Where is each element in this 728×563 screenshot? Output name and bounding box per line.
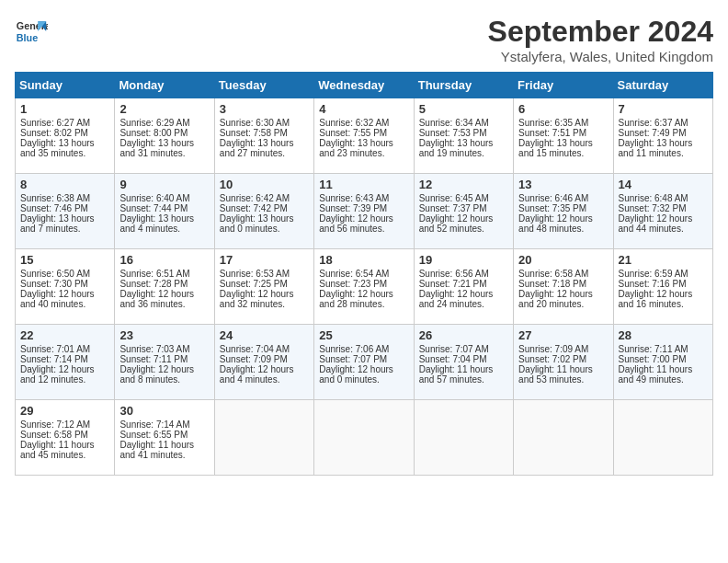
sunrise-text: Sunrise: 6:50 AM	[20, 269, 109, 279]
sunset-text: Sunset: 6:58 PM	[20, 430, 109, 440]
page-header: General Blue September 2024 Ystalyfera, …	[15, 15, 713, 64]
calendar-cell: 5Sunrise: 6:34 AMSunset: 7:53 PMDaylight…	[414, 98, 513, 174]
calendar-cell: 11Sunrise: 6:43 AMSunset: 7:39 PMDayligh…	[314, 174, 414, 249]
daylight-text: Daylight: 12 hours and 4 minutes.	[220, 364, 309, 385]
daylight-text: Daylight: 13 hours and 4 minutes.	[119, 213, 209, 234]
calendar-cell: 22Sunrise: 7:01 AMSunset: 7:14 PMDayligh…	[16, 325, 115, 400]
calendar-cell: 12Sunrise: 6:45 AMSunset: 7:37 PMDayligh…	[414, 174, 513, 249]
header-friday: Friday	[514, 73, 613, 98]
week-row-4: 22Sunrise: 7:01 AMSunset: 7:14 PMDayligh…	[16, 325, 713, 400]
sunrise-text: Sunrise: 6:46 AM	[518, 193, 608, 203]
logo-icon: General Blue	[15, 15, 48, 48]
sunrise-text: Sunrise: 7:09 AM	[518, 344, 608, 354]
day-number: 10	[220, 178, 309, 191]
sunrise-text: Sunrise: 6:42 AM	[220, 193, 309, 203]
day-number: 12	[419, 178, 508, 191]
header-tuesday: Tuesday	[214, 73, 313, 98]
sunset-text: Sunset: 6:55 PM	[119, 430, 209, 440]
sunset-text: Sunset: 7:21 PM	[419, 279, 508, 289]
day-number: 11	[319, 178, 408, 191]
week-row-2: 8Sunrise: 6:38 AMSunset: 7:46 PMDaylight…	[16, 174, 713, 249]
sunrise-text: Sunrise: 7:01 AM	[20, 344, 109, 354]
sunset-text: Sunset: 7:46 PM	[20, 203, 109, 213]
sunset-text: Sunset: 7:55 PM	[319, 128, 408, 138]
day-number: 7	[619, 102, 708, 116]
day-number: 4	[319, 102, 408, 116]
sunrise-text: Sunrise: 6:32 AM	[319, 118, 408, 128]
sunset-text: Sunset: 7:28 PM	[119, 279, 209, 289]
sunset-text: Sunset: 7:53 PM	[419, 128, 508, 138]
sunset-text: Sunset: 7:39 PM	[319, 203, 408, 213]
daylight-text: Daylight: 12 hours and 40 minutes.	[20, 289, 109, 309]
sunrise-text: Sunrise: 6:27 AM	[20, 118, 109, 128]
svg-text:Blue: Blue	[17, 32, 38, 43]
calendar-cell: 17Sunrise: 6:53 AMSunset: 7:25 PMDayligh…	[214, 249, 313, 325]
day-number: 16	[119, 253, 209, 267]
daylight-text: Daylight: 12 hours and 48 minutes.	[518, 213, 608, 234]
sunset-text: Sunset: 7:42 PM	[220, 203, 309, 213]
sunrise-text: Sunrise: 7:03 AM	[119, 344, 209, 354]
daylight-text: Daylight: 11 hours and 49 minutes.	[619, 364, 708, 385]
calendar-cell: 23Sunrise: 7:03 AMSunset: 7:11 PMDayligh…	[115, 325, 214, 400]
daylight-text: Daylight: 13 hours and 27 minutes.	[220, 138, 309, 158]
day-number: 24	[220, 328, 309, 342]
daylight-text: Daylight: 13 hours and 7 minutes.	[20, 213, 109, 234]
daylight-text: Daylight: 11 hours and 57 minutes.	[419, 364, 508, 385]
day-number: 28	[619, 328, 708, 342]
day-number: 25	[319, 328, 408, 342]
sunset-text: Sunset: 7:51 PM	[518, 128, 608, 138]
sunset-text: Sunset: 7:44 PM	[119, 203, 209, 213]
sunrise-text: Sunrise: 7:07 AM	[419, 344, 508, 354]
day-number: 13	[518, 178, 608, 191]
day-number: 8	[20, 178, 109, 191]
week-row-5: 29Sunrise: 7:12 AMSunset: 6:58 PMDayligh…	[16, 400, 713, 476]
sunset-text: Sunset: 7:32 PM	[619, 203, 708, 213]
calendar-cell: 4Sunrise: 6:32 AMSunset: 7:55 PMDaylight…	[314, 98, 414, 174]
daylight-text: Daylight: 12 hours and 36 minutes.	[119, 289, 209, 309]
sunset-text: Sunset: 7:11 PM	[119, 354, 209, 364]
day-number: 1	[20, 102, 109, 116]
day-number: 29	[20, 404, 109, 418]
calendar-cell: 28Sunrise: 7:11 AMSunset: 7:00 PMDayligh…	[613, 325, 712, 400]
sunset-text: Sunset: 7:02 PM	[518, 354, 608, 364]
sunrise-text: Sunrise: 6:40 AM	[119, 193, 209, 203]
calendar-cell	[314, 400, 414, 476]
daylight-text: Daylight: 12 hours and 56 minutes.	[319, 213, 408, 234]
day-number: 15	[20, 253, 109, 267]
sunrise-text: Sunrise: 7:06 AM	[319, 344, 408, 354]
sunrise-text: Sunrise: 6:56 AM	[419, 269, 508, 279]
sunset-text: Sunset: 7:18 PM	[518, 279, 608, 289]
calendar-cell: 8Sunrise: 6:38 AMSunset: 7:46 PMDaylight…	[16, 174, 115, 249]
sunrise-text: Sunrise: 6:30 AM	[220, 118, 309, 128]
daylight-text: Daylight: 13 hours and 11 minutes.	[619, 138, 708, 158]
sunrise-text: Sunrise: 7:04 AM	[220, 344, 309, 354]
calendar-cell: 6Sunrise: 6:35 AMSunset: 7:51 PMDaylight…	[514, 98, 613, 174]
sunrise-text: Sunrise: 6:51 AM	[119, 269, 209, 279]
day-number: 3	[220, 102, 309, 116]
daylight-text: Daylight: 11 hours and 53 minutes.	[518, 364, 608, 385]
day-number: 17	[220, 253, 309, 267]
sunset-text: Sunset: 7:07 PM	[319, 354, 408, 364]
daylight-text: Daylight: 12 hours and 24 minutes.	[419, 289, 508, 309]
header-saturday: Saturday	[613, 73, 712, 98]
daylight-text: Daylight: 12 hours and 52 minutes.	[419, 213, 508, 234]
sunrise-text: Sunrise: 7:14 AM	[119, 419, 209, 430]
daylight-text: Daylight: 13 hours and 23 minutes.	[319, 138, 408, 158]
day-number: 22	[20, 328, 109, 342]
sunrise-text: Sunrise: 6:45 AM	[419, 193, 508, 203]
calendar-title: September 2024	[488, 15, 713, 49]
sunset-text: Sunset: 7:30 PM	[20, 279, 109, 289]
daylight-text: Daylight: 13 hours and 31 minutes.	[119, 138, 209, 158]
sunset-text: Sunset: 7:09 PM	[220, 354, 309, 364]
sunrise-text: Sunrise: 6:43 AM	[319, 193, 408, 203]
day-number: 18	[319, 253, 408, 267]
header-sunday: Sunday	[16, 73, 115, 98]
daylight-text: Daylight: 12 hours and 32 minutes.	[220, 289, 309, 309]
daylight-text: Daylight: 13 hours and 15 minutes.	[518, 138, 608, 158]
calendar-cell: 25Sunrise: 7:06 AMSunset: 7:07 PMDayligh…	[314, 325, 414, 400]
header-wednesday: Wednesday	[314, 73, 414, 98]
daylight-text: Daylight: 12 hours and 8 minutes.	[119, 364, 209, 385]
sunset-text: Sunset: 7:49 PM	[619, 128, 708, 138]
sunset-text: Sunset: 7:58 PM	[220, 128, 309, 138]
daylight-text: Daylight: 12 hours and 16 minutes.	[619, 289, 708, 309]
